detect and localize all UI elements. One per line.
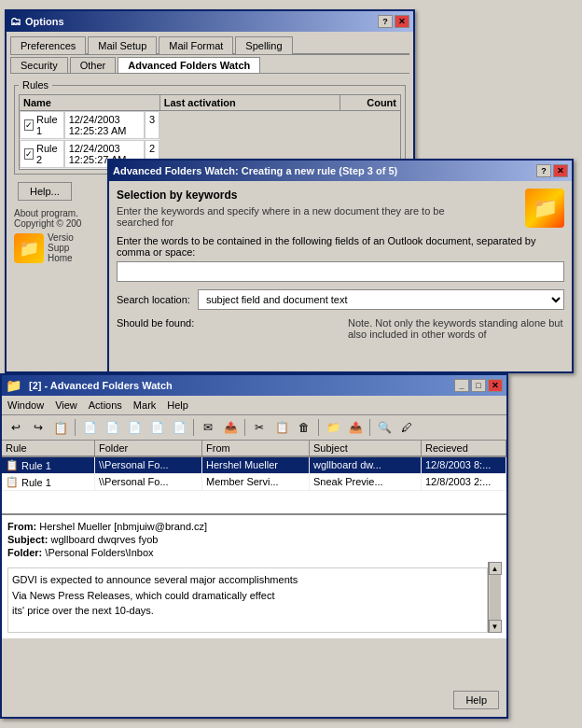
header-from: From xyxy=(202,441,310,455)
about-logo: 📁 xyxy=(14,233,44,263)
options-help-btn[interactable]: ? xyxy=(378,15,393,28)
afw-main-window: 📁 [2] - Advanced Folders Watch _ □ ✕ Win… xyxy=(0,373,508,719)
should-be-found-label: Should be found: xyxy=(117,317,333,340)
toolbar-btn-6[interactable]: 📄 xyxy=(124,417,145,438)
afw-main-help-btn[interactable]: Help xyxy=(453,691,499,709)
row1-subject: wgllboard dw... xyxy=(310,457,422,473)
tab-advanced-folders-watch[interactable]: Advanced Folders Watch xyxy=(118,57,260,73)
toolbar-btn-8[interactable]: 📄 xyxy=(169,417,189,438)
scroll-up-arrow[interactable]: ▲ xyxy=(489,562,502,575)
preview-body: GDVI is expected to announce several maj… xyxy=(7,567,488,633)
toolbar-btn-16[interactable]: 🔍 xyxy=(374,417,395,438)
selection-title: Selection by keywords xyxy=(117,189,564,202)
rules-legend: Rules xyxy=(19,79,52,91)
row1-folder: \\Personal Fo... xyxy=(95,457,202,473)
rule-count-1: 3 xyxy=(145,111,159,139)
selection-desc: Enter the keywords and specify where in … xyxy=(117,205,452,228)
afw-main-icon: 📁 xyxy=(6,378,21,393)
preview-subject-label: Subject: xyxy=(7,534,48,545)
options-tabs-row1: Preferences Mail Setup Mail Format Spell… xyxy=(10,35,409,55)
list-body: 📋 Rule 1 \\Personal Fo... Hershel Muelle… xyxy=(2,457,506,513)
should-be-row: Should be found: Note. Not only the keyw… xyxy=(117,317,564,340)
toolbar-btn-1[interactable]: ↩ xyxy=(6,417,26,438)
col-count: Count xyxy=(340,95,401,111)
menu-actions[interactable]: Actions xyxy=(83,398,128,413)
rule-name-2: ✓ Rule 2 xyxy=(20,140,64,168)
menu-help[interactable]: Help xyxy=(161,398,194,413)
afw-main-titlebar-buttons: _ □ ✕ xyxy=(454,379,503,392)
preview-scrollbar[interactable]: ▲ ▼ xyxy=(488,562,501,633)
row2-received: 12/8/2003 2:... xyxy=(422,474,506,490)
options-tabs-row2: Security Other Advanced Folders Watch xyxy=(10,57,409,74)
options-icon: 🗂 xyxy=(10,15,21,28)
afw-toolbar: ↩ ↪ 📋 📄 📄 📄 📄 📄 ✉ 📤 ✂ 📋 🗑 📁 📤 🔍 🖊 xyxy=(2,415,506,441)
preview-folder-label: Folder: xyxy=(7,547,42,558)
afw-dialog-titlebar-buttons: ? ✕ xyxy=(536,164,568,177)
afw-dialog-content: 📁 Selection by keywords Enter the keywor… xyxy=(109,181,572,347)
header-folder: Folder xyxy=(95,441,202,455)
tab-preferences[interactable]: Preferences xyxy=(10,36,86,54)
tab-other[interactable]: Other xyxy=(70,57,117,73)
toolbar-btn-4[interactable]: 📄 xyxy=(79,417,100,438)
list-headers: Rule Folder From Subject Recieved xyxy=(2,441,506,457)
toolbar-btn-5[interactable]: 📄 xyxy=(102,417,122,438)
options-titlebar: 🗂 Options ? ✕ xyxy=(7,11,413,32)
scroll-down-arrow[interactable]: ▼ xyxy=(489,620,502,633)
should-be-note: Note. Not only the keywords standing alo… xyxy=(348,317,564,340)
afw-menubar: Window View Actions Mark Help xyxy=(2,396,506,415)
tab-security[interactable]: Security xyxy=(10,57,68,73)
toolbar-btn-14[interactable]: 📁 xyxy=(323,417,343,438)
afw-dialog-logo: 📁 xyxy=(525,189,564,228)
afw-main-minimize-btn[interactable]: _ xyxy=(454,379,469,392)
toolbar-btn-13[interactable]: 🗑 xyxy=(294,417,314,438)
preview-body-container: GDVI is expected to announce several maj… xyxy=(7,562,501,633)
options-titlebar-buttons: ? ✕ xyxy=(378,15,409,28)
afw-dialog: Advanced Folders Watch: Creating a new r… xyxy=(107,159,574,373)
search-location-row: Search location: subject field and docum… xyxy=(117,289,564,310)
toolbar-btn-9[interactable]: ✉ xyxy=(198,417,218,438)
tab-mail-setup[interactable]: Mail Setup xyxy=(88,36,157,54)
preview-folder-row: Folder: \Personal Folders\Inbox xyxy=(7,547,501,558)
row2-from: Member Servi... xyxy=(202,474,310,490)
options-title: 🗂 Options xyxy=(10,15,64,28)
list-item[interactable]: 📋 Rule 1 \\Personal Fo... Hershel Muelle… xyxy=(2,457,506,474)
menu-view[interactable]: View xyxy=(49,398,83,413)
afw-main-maximize-btn[interactable]: □ xyxy=(471,379,486,392)
toolbar-btn-11[interactable]: ✂ xyxy=(249,417,270,438)
table-row[interactable]: ✓ Rule 1 12/24/2003 12:25:23 AM 3 xyxy=(20,111,159,140)
toolbar-sep-4 xyxy=(318,419,319,436)
scroll-track xyxy=(490,575,501,620)
afw-main-close-btn[interactable]: ✕ xyxy=(488,379,503,392)
rule-checkbox-2[interactable]: ✓ xyxy=(24,148,34,160)
afw-dialog-close-btn[interactable]: ✕ xyxy=(553,164,568,177)
menu-mark[interactable]: Mark xyxy=(128,398,161,413)
col-last-activation: Last activation xyxy=(159,95,340,111)
toolbar-btn-10[interactable]: 📤 xyxy=(220,417,241,438)
preview-pane: From: Hershel Mueller [nbmjuiw@brand.cz]… xyxy=(2,513,506,638)
options-close-btn[interactable]: ✕ xyxy=(395,15,409,28)
rule-name-1: ✓ Rule 1 xyxy=(20,111,64,139)
toolbar-btn-2[interactable]: ↪ xyxy=(28,417,48,438)
toolbar-btn-15[interactable]: 📤 xyxy=(345,417,366,438)
rule-checkbox-1[interactable]: ✓ xyxy=(24,119,34,131)
help-button[interactable]: Help... xyxy=(18,182,72,201)
row1-from: Hershel Mueller xyxy=(202,457,310,473)
preview-subject-value: wgllboard dwqrves fyob xyxy=(50,534,158,545)
toolbar-btn-3[interactable]: 📋 xyxy=(50,417,71,438)
afw-dialog-help-btn[interactable]: ? xyxy=(536,164,551,177)
menu-window[interactable]: Window xyxy=(2,398,49,413)
toolbar-btn-12[interactable]: 📋 xyxy=(271,417,292,438)
toolbar-sep-5 xyxy=(369,419,370,436)
fields-label: Enter the words to be contained in the f… xyxy=(117,235,564,258)
preview-folder-value: \Personal Folders\Inbox xyxy=(45,547,153,558)
keywords-input[interactable] xyxy=(117,261,564,282)
toolbar-btn-7[interactable]: 📄 xyxy=(146,417,167,438)
toolbar-btn-17[interactable]: 🖊 xyxy=(396,417,417,438)
afw-main-titlebar: 📁 [2] - Advanced Folders Watch _ □ ✕ xyxy=(2,375,506,396)
row2-subject: Sneak Previe... xyxy=(310,474,422,490)
header-received: Recieved xyxy=(422,441,506,455)
search-location-select[interactable]: subject field and document text subject … xyxy=(198,289,564,310)
list-item[interactable]: 📋 Rule 1 \\Personal Fo... Member Servi..… xyxy=(2,474,506,491)
tab-mail-format[interactable]: Mail Format xyxy=(159,36,233,54)
tab-spelling[interactable]: Spelling xyxy=(235,36,292,54)
